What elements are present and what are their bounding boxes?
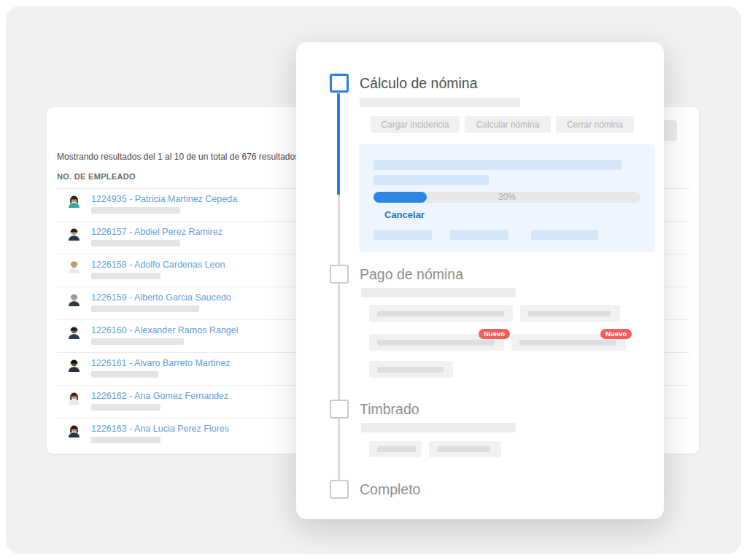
employee-avatar <box>66 258 82 273</box>
button-skeleton-label <box>528 311 611 316</box>
skeleton-text-bar-blue <box>374 160 622 170</box>
employee-skeleton-bar <box>91 338 184 345</box>
cerrar-nomina-button[interactable]: Cerrar nómina <box>556 116 634 133</box>
column-header-employee-number: NO. DE EMPLEADO <box>57 172 136 181</box>
employee-skeleton-bar <box>91 207 180 214</box>
skeleton-text-bar-blue <box>374 230 432 240</box>
employee-skeleton-bar <box>91 240 180 246</box>
employee-link[interactable]: 1226158 - Adolfo Cardenas Leon <box>91 260 225 270</box>
button-skeleton-label <box>377 340 495 346</box>
payroll-action-buttons: Cargar incidencia Calcular nómina Cerrar… <box>371 116 634 133</box>
button-skeleton-label <box>377 367 444 373</box>
employee-avatar <box>66 324 82 339</box>
employee-link[interactable]: 1226160 - Alexander Ramos Rangel <box>91 325 239 335</box>
employee-avatar <box>66 192 82 208</box>
button-skeleton-label <box>437 446 490 452</box>
pago-placeholder-button[interactable] <box>520 305 620 322</box>
step-checkbox-timbrado[interactable] <box>330 400 349 419</box>
step-checkbox-pago[interactable] <box>330 265 349 284</box>
employee-avatar <box>66 422 82 438</box>
timbrado-placeholder-button[interactable] <box>369 441 422 457</box>
step-checkbox-completo[interactable] <box>330 480 349 499</box>
step-checkbox-calculo[interactable] <box>330 74 349 93</box>
skeleton-text-bar <box>361 288 516 298</box>
employee-avatar <box>66 389 82 405</box>
nuevo-badge: Nuevo <box>479 329 510 339</box>
step-title-completo: Completo <box>360 480 420 499</box>
results-text: Mostrando resultados del 1 al 10 de un t… <box>57 152 302 162</box>
step-title-timbrado: Timbrado <box>360 400 419 419</box>
calcular-nomina-button[interactable]: Calcular nómina <box>465 116 551 133</box>
employee-link[interactable]: 1226162 - Ana Gomez Fernandez <box>91 391 228 401</box>
progress-bar: 20% <box>374 192 640 203</box>
employee-skeleton-bar <box>91 371 158 378</box>
employee-link[interactable]: 1226161 - Alvaro Barreto Martinez <box>91 358 230 368</box>
progress-percent-label: 20% <box>374 192 640 203</box>
employee-link[interactable]: 1224935 - Patricia Martinez Cepeda <box>91 194 237 204</box>
step-title-pago: Pago de nómina <box>360 265 463 284</box>
skeleton-text-bar-blue <box>374 175 489 185</box>
stepper-line <box>338 195 340 265</box>
stepper-line <box>338 284 340 400</box>
pago-placeholder-button[interactable] <box>369 305 513 322</box>
employee-avatar <box>66 357 82 372</box>
calculation-progress-panel: 20% Cancelar <box>359 144 655 252</box>
timbrado-placeholder-button[interactable] <box>429 441 501 457</box>
button-skeleton-label <box>377 311 504 316</box>
payroll-steps-modal: Cálculo de nómina Cargar incidencia Calc… <box>296 42 664 519</box>
skeleton-text-bar-blue <box>531 230 598 240</box>
employee-link[interactable]: 1226159 - Alberto Garcia Saucedo <box>91 292 231 303</box>
button-skeleton-label <box>519 340 616 346</box>
step-title-calculo: Cálculo de nómina <box>360 74 478 93</box>
button-skeleton-label <box>377 446 416 452</box>
pago-placeholder-button[interactable] <box>369 361 453 378</box>
stepper-line-active <box>337 93 340 195</box>
cancel-link[interactable]: Cancelar <box>384 209 425 220</box>
employee-skeleton-bar <box>91 273 160 279</box>
employee-avatar <box>66 225 82 241</box>
page-background: Mostrando resultados del 1 al 10 de un t… <box>6 6 741 554</box>
employee-link[interactable]: 1226163 - Ana Lucia Perez Flores <box>91 424 229 434</box>
skeleton-text-bar-blue <box>450 230 508 240</box>
employee-skeleton-bar <box>91 404 160 411</box>
cargar-incidencia-button[interactable]: Cargar incidencia <box>371 116 460 133</box>
employee-link[interactable]: 1226157 - Abdiel Perez Ramirez <box>91 227 222 237</box>
employee-skeleton-bar <box>91 437 160 443</box>
employee-avatar <box>66 291 82 306</box>
nuevo-badge: Nuevo <box>600 329 632 339</box>
skeleton-text-bar <box>360 98 520 107</box>
skeleton-text-bar <box>361 423 516 432</box>
employee-skeleton-bar <box>91 306 199 312</box>
stepper-line <box>338 419 340 480</box>
